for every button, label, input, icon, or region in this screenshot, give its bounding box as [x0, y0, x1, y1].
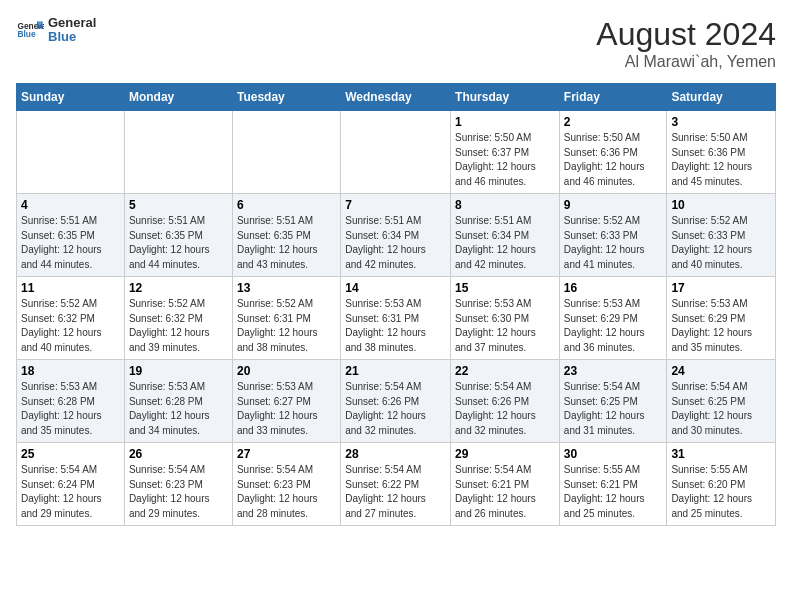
day-number: 24 [671, 364, 771, 378]
calendar-cell: 5Sunrise: 5:51 AM Sunset: 6:35 PM Daylig… [124, 194, 232, 277]
calendar-cell: 1Sunrise: 5:50 AM Sunset: 6:37 PM Daylig… [451, 111, 560, 194]
day-info: Sunrise: 5:54 AM Sunset: 6:26 PM Dayligh… [455, 380, 555, 438]
day-number: 3 [671, 115, 771, 129]
logo-line2: Blue [48, 30, 96, 44]
calendar-cell: 25Sunrise: 5:54 AM Sunset: 6:24 PM Dayli… [17, 443, 125, 526]
day-info: Sunrise: 5:53 AM Sunset: 6:30 PM Dayligh… [455, 297, 555, 355]
day-number: 10 [671, 198, 771, 212]
calendar-cell: 4Sunrise: 5:51 AM Sunset: 6:35 PM Daylig… [17, 194, 125, 277]
calendar-cell: 2Sunrise: 5:50 AM Sunset: 6:36 PM Daylig… [559, 111, 667, 194]
title-block: August 2024 Al Marawi`ah, Yemen [596, 16, 776, 71]
day-info: Sunrise: 5:52 AM Sunset: 6:32 PM Dayligh… [129, 297, 228, 355]
calendar-cell: 17Sunrise: 5:53 AM Sunset: 6:29 PM Dayli… [667, 277, 776, 360]
day-info: Sunrise: 5:50 AM Sunset: 6:36 PM Dayligh… [671, 131, 771, 189]
day-number: 5 [129, 198, 228, 212]
day-number: 9 [564, 198, 663, 212]
calendar-cell: 6Sunrise: 5:51 AM Sunset: 6:35 PM Daylig… [232, 194, 340, 277]
weekday-header: Thursday [451, 84, 560, 111]
calendar-cell [232, 111, 340, 194]
day-info: Sunrise: 5:53 AM Sunset: 6:27 PM Dayligh… [237, 380, 336, 438]
calendar-cell: 31Sunrise: 5:55 AM Sunset: 6:20 PM Dayli… [667, 443, 776, 526]
calendar-week-row: 1Sunrise: 5:50 AM Sunset: 6:37 PM Daylig… [17, 111, 776, 194]
weekday-header-row: SundayMondayTuesdayWednesdayThursdayFrid… [17, 84, 776, 111]
calendar-cell: 19Sunrise: 5:53 AM Sunset: 6:28 PM Dayli… [124, 360, 232, 443]
day-info: Sunrise: 5:52 AM Sunset: 6:31 PM Dayligh… [237, 297, 336, 355]
weekday-header: Saturday [667, 84, 776, 111]
calendar-cell: 11Sunrise: 5:52 AM Sunset: 6:32 PM Dayli… [17, 277, 125, 360]
calendar-week-row: 11Sunrise: 5:52 AM Sunset: 6:32 PM Dayli… [17, 277, 776, 360]
calendar-cell: 3Sunrise: 5:50 AM Sunset: 6:36 PM Daylig… [667, 111, 776, 194]
calendar-cell: 16Sunrise: 5:53 AM Sunset: 6:29 PM Dayli… [559, 277, 667, 360]
day-number: 1 [455, 115, 555, 129]
day-number: 7 [345, 198, 446, 212]
weekday-header: Friday [559, 84, 667, 111]
day-info: Sunrise: 5:51 AM Sunset: 6:35 PM Dayligh… [21, 214, 120, 272]
calendar-cell: 23Sunrise: 5:54 AM Sunset: 6:25 PM Dayli… [559, 360, 667, 443]
day-info: Sunrise: 5:52 AM Sunset: 6:32 PM Dayligh… [21, 297, 120, 355]
day-number: 28 [345, 447, 446, 461]
day-info: Sunrise: 5:53 AM Sunset: 6:29 PM Dayligh… [671, 297, 771, 355]
day-info: Sunrise: 5:54 AM Sunset: 6:23 PM Dayligh… [237, 463, 336, 521]
day-info: Sunrise: 5:51 AM Sunset: 6:35 PM Dayligh… [237, 214, 336, 272]
calendar-cell: 26Sunrise: 5:54 AM Sunset: 6:23 PM Dayli… [124, 443, 232, 526]
day-info: Sunrise: 5:50 AM Sunset: 6:36 PM Dayligh… [564, 131, 663, 189]
calendar-cell: 28Sunrise: 5:54 AM Sunset: 6:22 PM Dayli… [341, 443, 451, 526]
weekday-header: Sunday [17, 84, 125, 111]
day-number: 4 [21, 198, 120, 212]
day-number: 19 [129, 364, 228, 378]
calendar-cell: 9Sunrise: 5:52 AM Sunset: 6:33 PM Daylig… [559, 194, 667, 277]
day-number: 26 [129, 447, 228, 461]
calendar-cell: 13Sunrise: 5:52 AM Sunset: 6:31 PM Dayli… [232, 277, 340, 360]
calendar-cell: 27Sunrise: 5:54 AM Sunset: 6:23 PM Dayli… [232, 443, 340, 526]
day-number: 2 [564, 115, 663, 129]
day-number: 18 [21, 364, 120, 378]
calendar-cell [17, 111, 125, 194]
calendar-cell: 21Sunrise: 5:54 AM Sunset: 6:26 PM Dayli… [341, 360, 451, 443]
day-info: Sunrise: 5:53 AM Sunset: 6:29 PM Dayligh… [564, 297, 663, 355]
day-number: 21 [345, 364, 446, 378]
day-info: Sunrise: 5:54 AM Sunset: 6:22 PM Dayligh… [345, 463, 446, 521]
day-info: Sunrise: 5:53 AM Sunset: 6:28 PM Dayligh… [129, 380, 228, 438]
logo: General Blue General Blue [16, 16, 96, 45]
day-number: 6 [237, 198, 336, 212]
calendar-table: SundayMondayTuesdayWednesdayThursdayFrid… [16, 83, 776, 526]
weekday-header: Tuesday [232, 84, 340, 111]
weekday-header: Monday [124, 84, 232, 111]
day-number: 30 [564, 447, 663, 461]
day-number: 29 [455, 447, 555, 461]
day-info: Sunrise: 5:54 AM Sunset: 6:23 PM Dayligh… [129, 463, 228, 521]
calendar-cell: 7Sunrise: 5:51 AM Sunset: 6:34 PM Daylig… [341, 194, 451, 277]
day-number: 25 [21, 447, 120, 461]
calendar-week-row: 4Sunrise: 5:51 AM Sunset: 6:35 PM Daylig… [17, 194, 776, 277]
day-info: Sunrise: 5:54 AM Sunset: 6:25 PM Dayligh… [671, 380, 771, 438]
calendar-week-row: 25Sunrise: 5:54 AM Sunset: 6:24 PM Dayli… [17, 443, 776, 526]
day-number: 23 [564, 364, 663, 378]
logo-icon: General Blue [16, 16, 44, 44]
day-info: Sunrise: 5:55 AM Sunset: 6:21 PM Dayligh… [564, 463, 663, 521]
day-number: 31 [671, 447, 771, 461]
day-number: 17 [671, 281, 771, 295]
day-info: Sunrise: 5:51 AM Sunset: 6:35 PM Dayligh… [129, 214, 228, 272]
day-number: 14 [345, 281, 446, 295]
day-number: 8 [455, 198, 555, 212]
day-number: 22 [455, 364, 555, 378]
day-info: Sunrise: 5:54 AM Sunset: 6:25 PM Dayligh… [564, 380, 663, 438]
day-number: 20 [237, 364, 336, 378]
calendar-cell: 22Sunrise: 5:54 AM Sunset: 6:26 PM Dayli… [451, 360, 560, 443]
calendar-cell: 15Sunrise: 5:53 AM Sunset: 6:30 PM Dayli… [451, 277, 560, 360]
calendar-cell [341, 111, 451, 194]
svg-text:Blue: Blue [17, 29, 35, 39]
day-number: 12 [129, 281, 228, 295]
day-info: Sunrise: 5:51 AM Sunset: 6:34 PM Dayligh… [345, 214, 446, 272]
calendar-subtitle: Al Marawi`ah, Yemen [596, 53, 776, 71]
calendar-cell: 30Sunrise: 5:55 AM Sunset: 6:21 PM Dayli… [559, 443, 667, 526]
day-info: Sunrise: 5:55 AM Sunset: 6:20 PM Dayligh… [671, 463, 771, 521]
calendar-cell: 18Sunrise: 5:53 AM Sunset: 6:28 PM Dayli… [17, 360, 125, 443]
calendar-cell: 12Sunrise: 5:52 AM Sunset: 6:32 PM Dayli… [124, 277, 232, 360]
day-info: Sunrise: 5:54 AM Sunset: 6:24 PM Dayligh… [21, 463, 120, 521]
day-number: 16 [564, 281, 663, 295]
day-info: Sunrise: 5:54 AM Sunset: 6:26 PM Dayligh… [345, 380, 446, 438]
day-info: Sunrise: 5:52 AM Sunset: 6:33 PM Dayligh… [671, 214, 771, 272]
calendar-cell: 8Sunrise: 5:51 AM Sunset: 6:34 PM Daylig… [451, 194, 560, 277]
calendar-cell: 20Sunrise: 5:53 AM Sunset: 6:27 PM Dayli… [232, 360, 340, 443]
